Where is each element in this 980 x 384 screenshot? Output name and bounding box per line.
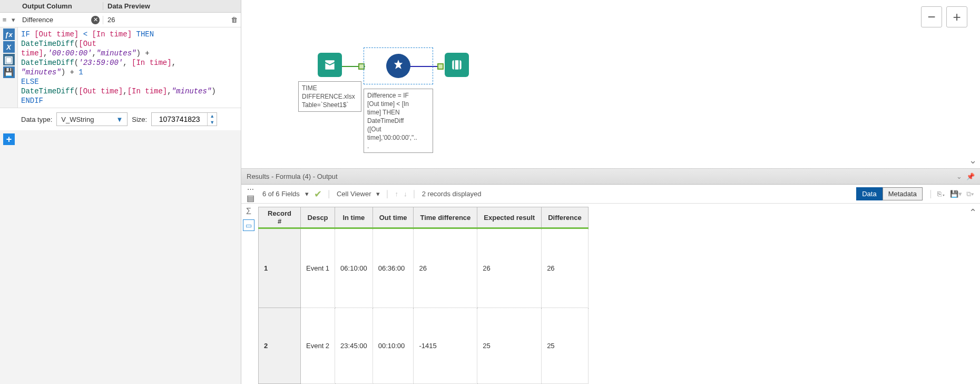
record-count: 2 records displayed [422,190,482,198]
fx-icon[interactable]: ƒx [3,28,15,40]
results-toolbar: ⋯ ▤ 6 of 6 Fields ▾ ✔ │ Cell Viewer ▾ │ … [241,185,980,204]
save-icon[interactable]: 💾 [3,66,15,78]
table-cell[interactable]: Event 2 [301,308,335,384]
fields-dropdown-icon[interactable]: ▾ [305,190,309,198]
datatype-value: V_WString [61,116,94,123]
fields-count: 6 of 6 Fields [262,190,300,198]
formula-tool-label: Difference = IF [Out time] < [In time] T… [364,89,433,153]
datatype-row: Data type: V_WString ▼ Size: ▲ ▼ [0,108,241,130]
table-cell[interactable]: 26 [542,228,589,308]
scroll-up-icon[interactable]: ⌃ [969,207,977,218]
table-cell[interactable]: 06:10:00 [335,228,373,308]
table-cell[interactable]: 00:10:00 [373,308,414,384]
save-results-icon[interactable]: 💾▾ [950,190,962,198]
table-view-icon[interactable]: ▭ [243,219,254,231]
arrow-down-icon[interactable]: ↓ [404,190,407,198]
pin-icon[interactable]: 📌 [966,172,975,180]
size-input[interactable]: ▲ ▼ [151,112,217,126]
folder-icon[interactable]: ▣ [3,54,15,65]
popout-icon[interactable]: ⧉▾ [966,190,974,198]
formula-tool-icon [386,54,410,78]
column-header[interactable]: Time difference [414,207,477,228]
column-header[interactable]: In time [335,207,373,228]
sigma-icon[interactable]: Σ [246,207,251,216]
header-output-column: Output Column [18,2,103,10]
collapse-icon[interactable]: ⌄ [956,172,962,180]
size-label: Size: [132,116,147,123]
editor-gutter: ƒx X ▣ 💾 [0,27,18,108]
size-value[interactable] [152,115,207,123]
dots-icon[interactable]: ⋯ [247,185,254,193]
datatype-select[interactable]: V_WString ▼ [56,112,128,126]
input-tool-label: TIME DIFFERENCE.xlsx Table=`Sheet1$` [298,81,361,112]
input-data-icon [318,53,342,77]
layout-icon[interactable]: ▤ [247,193,254,203]
results-side-icons: Σ ▭ [241,204,256,384]
checkmark-icon[interactable]: ✔ [314,188,322,200]
column-header[interactable]: Out time [373,207,414,228]
output-column-value: Difference [22,16,91,24]
column-header[interactable]: Record # [259,207,301,228]
table-cell[interactable]: 26 [477,228,542,308]
menu-icon[interactable]: ≡ [0,14,9,26]
formula-config-panel: Output Column Data Preview ≡ ▾ Differenc… [0,0,241,384]
chevron-down-icon: ▼ [116,116,123,123]
variable-icon[interactable]: X [3,41,15,53]
column-header[interactable]: Difference [542,207,589,228]
column-header[interactable]: Expected result [477,207,542,228]
table-cell[interactable]: 26 [414,228,477,308]
formula-textarea[interactable]: IF [Out time] < [In time] THENDateTimeDi… [18,27,241,108]
spinner-down-icon[interactable]: ▼ [207,119,217,126]
datatype-label: Data type: [21,116,52,123]
data-tab[interactable]: Data [856,187,882,200]
table-cell[interactable]: 25 [477,308,542,384]
data-preview-value: 26 [107,16,115,24]
table-cell[interactable]: 23:45:00 [335,308,373,384]
table-row[interactable]: 1Event 106:10:0006:36:00262626 [259,228,589,308]
zoom-out-button[interactable]: − [921,6,942,27]
header-data-preview: Data Preview [103,2,241,10]
table-cell[interactable]: 25 [542,308,589,384]
results-table[interactable]: Record #DescpIn timeOut timeTime differe… [258,207,589,384]
zoom-in-button[interactable]: + [946,6,967,27]
anchor-input-icon[interactable] [437,63,444,70]
metadata-tab[interactable]: Metadata [883,187,923,200]
table-cell[interactable]: Event 1 [301,228,335,308]
clear-icon[interactable]: ✕ [91,16,100,24]
output-column-row: ≡ ▾ Difference ✕ 26 🗑 [0,13,241,27]
table-cell[interactable]: 06:36:00 [373,228,414,308]
cell-viewer-dropdown-icon[interactable]: ▾ [376,190,380,198]
copy-icon[interactable]: ⎘▾ [937,190,946,198]
formula-editor: ƒx X ▣ 💾 IF [Out time] < [In time] THEND… [0,27,241,108]
spinner-up-icon[interactable]: ▲ [207,113,217,119]
input-data-tool[interactable]: TIME DIFFERENCE.xlsx Table=`Sheet1$` [298,53,361,112]
arrow-up-icon[interactable]: ↑ [395,190,399,198]
results-title: Results - Formula (4) - Output [247,172,338,180]
results-titlebar: Results - Formula (4) - Output ⌄ 📌 [241,169,980,185]
table-cell[interactable]: 1 [259,228,301,308]
workflow-canvas[interactable]: − + TIME DIFFERENCE.xlsx Table=`Sheet1$` [241,0,980,169]
table-cell[interactable]: 2 [259,308,301,384]
column-header[interactable]: Descp [301,207,335,228]
output-column-input[interactable]: Difference ✕ [18,16,103,24]
formula-tool[interactable]: Difference = IF [Out time] < [In time] T… [364,47,433,153]
browse-tool[interactable] [444,53,470,77]
table-cell[interactable]: -1415 [414,308,477,384]
browse-tool-icon [445,53,469,77]
table-row[interactable]: 2Event 223:45:0000:10:00-14152525 [259,308,589,384]
table-header-row: Record #DescpIn timeOut timeTime differe… [259,207,589,228]
expand-icon[interactable]: ▾ [9,14,18,26]
config-header: Output Column Data Preview [0,0,241,13]
add-expression-button[interactable]: + [3,133,15,145]
right-panel: − + TIME DIFFERENCE.xlsx Table=`Sheet1$` [241,0,980,384]
scroll-down-icon[interactable]: ⌄ [969,155,977,166]
cell-viewer-label[interactable]: Cell Viewer [337,190,371,198]
delete-icon[interactable]: 🗑 [227,16,241,24]
